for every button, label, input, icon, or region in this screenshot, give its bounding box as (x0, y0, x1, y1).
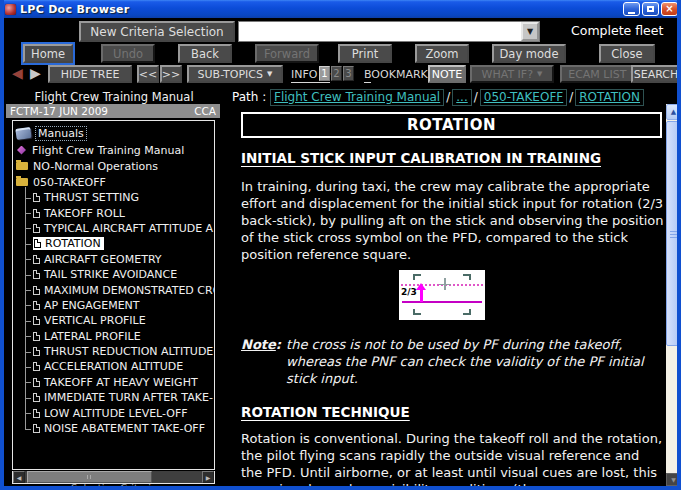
next-topic-button[interactable]: >> (160, 65, 182, 83)
document-icon (33, 209, 40, 218)
breadcrumb-link-ellipsis[interactable]: ... (452, 89, 471, 106)
scrollbar-thumb[interactable] (666, 121, 681, 346)
back-button[interactable]: Back (178, 44, 232, 63)
scrollbar-thumb[interactable] (27, 471, 152, 483)
tree-item[interactable]: LOW ALTITUDE LEVEL-OFF (21, 405, 214, 420)
document-icon (33, 362, 40, 371)
tree-item[interactable]: TAKEOFF AT HEAVY WEIGHT (21, 375, 214, 390)
zoom-button[interactable]: Zoom (415, 44, 469, 63)
takeoff-children: THRUST SETTING TAKEOFF ROLL TYPICAL AIRC… (21, 190, 214, 436)
figure-ratio-label: 2/3 (401, 287, 417, 297)
manual-tree: Manuals Flight Crew Training Manual NO-N… (12, 120, 215, 470)
document-icon (33, 409, 40, 418)
path-prefix: Path : (232, 90, 266, 104)
page-1-button[interactable]: 1 (319, 66, 330, 81)
breadcrumb-link-manual[interactable]: Flight Crew Training Manual (270, 89, 444, 106)
reference-square-corner (463, 274, 471, 280)
minimize-button[interactable] (623, 2, 640, 16)
tree-item[interactable]: LATERAL PROFILE (21, 329, 214, 344)
note-button[interactable]: NOTE (428, 65, 466, 83)
document-icon (33, 347, 40, 356)
criteria-input[interactable] (239, 22, 521, 41)
document-icon (33, 301, 40, 310)
tree-root-manuals[interactable]: Manuals (16, 124, 214, 142)
prev-topic-button[interactable]: << (137, 65, 159, 83)
app-window: LPC Doc Browser × New Criteria Selection… (0, 0, 681, 490)
chevron-down-icon: ▼ (527, 27, 533, 36)
page-title: ROTATION (241, 112, 662, 138)
tree-item[interactable]: ACCELERATION ALTITUDE (21, 359, 214, 374)
page-2-button[interactable]: 2 (331, 66, 342, 81)
breadcrumb-link-takeoff[interactable]: 050-TAKEOFF (480, 89, 567, 106)
tree-node-takeoff[interactable]: 050-TAKEOFF (16, 174, 214, 190)
nav-back-arrow-icon[interactable]: ◀ (9, 66, 26, 81)
document-icon (33, 224, 40, 233)
scroll-up-icon[interactable]: ▲ (666, 104, 681, 120)
tree-item[interactable]: TAKEOFF ROLL (21, 205, 214, 220)
sidebar-manual-title: Flight Crew Training Manual (8, 90, 220, 104)
window-title: LPC Doc Browser (20, 3, 129, 16)
close-doc-button[interactable]: Close (599, 44, 655, 63)
section-heading-calibration: INITIAL STICK INPUT CALIBRATION IN TRAIN… (241, 150, 662, 166)
tree-item[interactable]: AP ENGAGEMENT (21, 298, 214, 313)
scroll-left-icon[interactable]: ◀ (13, 471, 25, 483)
document-icon (33, 255, 40, 264)
reference-square-corner (413, 309, 421, 315)
tree-node-normal-operations[interactable]: NO-Normal Operations (16, 158, 214, 174)
search-button[interactable]: SEARCH (631, 65, 681, 83)
back-stick-arrow (420, 289, 423, 302)
document-icon (33, 378, 40, 387)
breadcrumb-link-rotation[interactable]: ROTATION (575, 89, 644, 106)
manuals-icon (15, 127, 31, 140)
criteria-combobox[interactable]: ▼ (238, 21, 540, 42)
maximize-icon (647, 6, 654, 12)
document-icon (33, 286, 40, 295)
document-icon (33, 270, 40, 279)
document-icon (34, 239, 41, 248)
sidebar-revision-bar: FCTM-17 JUN 2009 CCA (6, 104, 220, 118)
day-mode-button[interactable]: Day mode (492, 44, 566, 63)
pfd-stick-figure: 2/3 (399, 270, 485, 320)
stick-neutral-line (402, 301, 482, 303)
document-icon (33, 193, 40, 202)
sub-topics-dropdown[interactable]: SUB-TOPICS▼ (187, 65, 283, 83)
content-vertical-scrollbar[interactable]: ▲ ▼ (666, 104, 681, 486)
tree-item[interactable]: THRUST REDUCTION ALTITUDE (21, 344, 214, 359)
hide-tree-button[interactable]: HIDE TREE (48, 65, 132, 83)
minimize-icon (628, 12, 635, 14)
calibration-paragraph: In training, during taxi, the crew may c… (241, 178, 664, 263)
scroll-right-icon[interactable]: ▶ (202, 471, 214, 483)
page-3-button[interactable]: 3 (343, 66, 354, 81)
note-text: the cross is not to be used by PF during… (286, 336, 658, 387)
nav-forward-arrow-icon[interactable]: ▶ (27, 66, 44, 81)
tree-item[interactable]: NOISE ABATEMENT TAKE-OFF (21, 421, 214, 436)
tree-item[interactable]: TYPICAL AIRCRAFT ATTITUDE A (21, 221, 214, 236)
back-stick-arrow-head (416, 283, 426, 290)
tree-item[interactable]: MAXIMUM DEMONSTRATED CRO (21, 282, 214, 297)
tree-item-selected[interactable]: ROTATION (21, 236, 214, 251)
app-icon (5, 4, 16, 15)
undo-button: Undo (101, 44, 155, 63)
tree-node-fctm[interactable]: Flight Crew Training Manual (16, 142, 214, 158)
tree-item[interactable]: AIRCRAFT GEOMETRY (21, 252, 214, 267)
tree-item[interactable]: IMMEDIATE TURN AFTER TAKE- (21, 390, 214, 405)
new-criteria-button[interactable]: New Criteria Selection (79, 21, 235, 42)
reference-square-corner (463, 309, 471, 315)
document-icon (33, 424, 40, 433)
scroll-down-icon[interactable]: ▼ (666, 473, 681, 486)
what-if-dropdown: WHAT IF?▼ (470, 65, 554, 83)
home-button[interactable]: Home (23, 44, 73, 63)
tree-item[interactable]: VERTICAL PROFILE (21, 313, 214, 328)
maximize-button[interactable] (642, 2, 659, 16)
tree-item[interactable]: THRUST SETTING (21, 190, 214, 205)
tree-item[interactable]: TAIL STRIKE AVOIDANCE (21, 267, 214, 282)
title-bar: LPC Doc Browser × (0, 0, 681, 18)
close-button[interactable]: × (661, 2, 678, 16)
print-button[interactable]: Print (338, 44, 392, 63)
section-heading-technique: ROTATION TECHNIQUE (241, 404, 662, 420)
reference-square-corner (413, 274, 421, 280)
combobox-dropdown-button[interactable]: ▼ (521, 22, 539, 41)
document-icon (33, 393, 40, 402)
fleet-status: Complete fleet (571, 23, 663, 38)
close-icon: × (665, 4, 673, 14)
